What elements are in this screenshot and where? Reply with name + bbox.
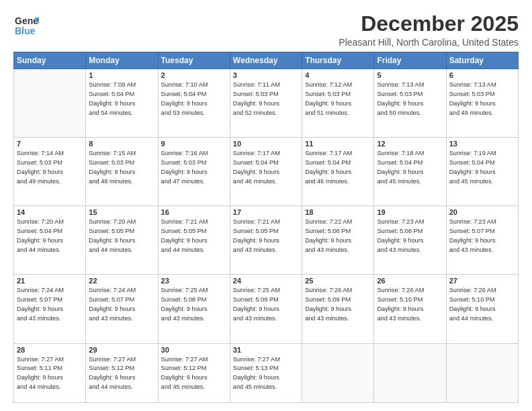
svg-text:General: General: [15, 15, 39, 26]
day-info: Sunrise: 7:26 AMSunset: 5:10 PMDaylight:…: [449, 286, 515, 323]
col-thursday: Thursday: [302, 52, 374, 69]
day-number: 14: [17, 208, 83, 216]
table-row: 3Sunrise: 7:11 AMSunset: 5:03 PMDaylight…: [230, 69, 302, 138]
day-number: 28: [17, 346, 83, 354]
table-row: 4Sunrise: 7:12 AMSunset: 5:03 PMDaylight…: [302, 69, 374, 138]
day-info: Sunrise: 7:09 AMSunset: 5:04 PMDaylight:…: [89, 81, 154, 118]
day-info: Sunrise: 7:27 AMSunset: 5:11 PMDaylight:…: [17, 355, 83, 392]
table-row: 13Sunrise: 7:19 AMSunset: 5:04 PMDayligh…: [446, 138, 518, 206]
table-row: 18Sunrise: 7:22 AMSunset: 5:06 PMDayligh…: [302, 206, 374, 275]
day-info: Sunrise: 7:17 AMSunset: 5:04 PMDaylight:…: [305, 149, 371, 186]
table-row: [446, 343, 518, 402]
day-info: Sunrise: 7:23 AMSunset: 5:06 PMDaylight:…: [377, 218, 443, 255]
day-info: Sunrise: 7:26 AMSunset: 5:09 PMDaylight:…: [305, 286, 371, 323]
day-info: Sunrise: 7:17 AMSunset: 5:04 PMDaylight:…: [233, 149, 299, 186]
day-info: Sunrise: 7:10 AMSunset: 5:04 PMDaylight:…: [161, 81, 227, 118]
table-row: 24Sunrise: 7:25 AMSunset: 5:09 PMDayligh…: [230, 275, 302, 343]
day-info: Sunrise: 7:13 AMSunset: 5:03 PMDaylight:…: [449, 81, 515, 118]
table-row: 31Sunrise: 7:27 AMSunset: 5:13 PMDayligh…: [230, 343, 302, 402]
table-row: 12Sunrise: 7:18 AMSunset: 5:04 PMDayligh…: [374, 138, 446, 206]
table-row: 2Sunrise: 7:10 AMSunset: 5:04 PMDaylight…: [158, 69, 230, 138]
table-row: 5Sunrise: 7:13 AMSunset: 5:03 PMDaylight…: [374, 69, 446, 138]
day-number: 18: [305, 208, 371, 216]
day-info: Sunrise: 7:16 AMSunset: 5:03 PMDaylight:…: [161, 149, 227, 186]
logo: General Blue: [13, 12, 39, 38]
table-row: 11Sunrise: 7:17 AMSunset: 5:04 PMDayligh…: [302, 138, 374, 206]
table-row: 6Sunrise: 7:13 AMSunset: 5:03 PMDaylight…: [446, 69, 518, 138]
day-info: Sunrise: 7:25 AMSunset: 5:09 PMDaylight:…: [233, 286, 299, 323]
col-wednesday: Wednesday: [230, 52, 302, 69]
day-info: Sunrise: 7:20 AMSunset: 5:04 PMDaylight:…: [17, 218, 83, 255]
day-number: 15: [89, 208, 154, 216]
table-row: 28Sunrise: 7:27 AMSunset: 5:11 PMDayligh…: [14, 343, 86, 402]
day-info: Sunrise: 7:11 AMSunset: 5:03 PMDaylight:…: [233, 81, 299, 118]
day-number: 23: [161, 277, 227, 285]
day-number: 17: [233, 208, 299, 216]
header: General Blue December 2025 Pleasant Hill…: [13, 12, 519, 48]
table-row: 16Sunrise: 7:21 AMSunset: 5:05 PMDayligh…: [158, 206, 230, 275]
table-row: 19Sunrise: 7:23 AMSunset: 5:06 PMDayligh…: [374, 206, 446, 275]
table-row: [14, 69, 86, 138]
table-row: 7Sunrise: 7:14 AMSunset: 5:03 PMDaylight…: [14, 138, 86, 206]
day-number: 19: [377, 208, 443, 216]
col-tuesday: Tuesday: [158, 52, 230, 69]
svg-text:Blue: Blue: [15, 26, 36, 36]
day-number: 22: [89, 277, 154, 285]
day-info: Sunrise: 7:21 AMSunset: 5:05 PMDaylight:…: [233, 218, 299, 255]
logo-icon: General Blue: [13, 12, 39, 38]
day-number: 24: [233, 277, 299, 285]
day-number: 13: [449, 140, 515, 148]
day-number: 26: [377, 277, 443, 285]
header-row: Sunday Monday Tuesday Wednesday Thursday…: [14, 52, 519, 69]
table-row: 20Sunrise: 7:23 AMSunset: 5:07 PMDayligh…: [446, 206, 518, 275]
day-number: 27: [449, 277, 515, 285]
day-number: 8: [89, 140, 154, 148]
day-number: 10: [233, 140, 299, 148]
day-info: Sunrise: 7:15 AMSunset: 5:03 PMDaylight:…: [89, 149, 154, 186]
day-info: Sunrise: 7:14 AMSunset: 5:03 PMDaylight:…: [17, 149, 83, 186]
day-number: 31: [233, 346, 299, 354]
col-friday: Friday: [374, 52, 446, 69]
day-info: Sunrise: 7:19 AMSunset: 5:04 PMDaylight:…: [449, 149, 515, 186]
page: General Blue December 2025 Pleasant Hill…: [0, 0, 532, 411]
table-row: [302, 343, 374, 402]
table-row: 8Sunrise: 7:15 AMSunset: 5:03 PMDaylight…: [86, 138, 158, 206]
table-row: 25Sunrise: 7:26 AMSunset: 5:09 PMDayligh…: [302, 275, 374, 343]
col-monday: Monday: [86, 52, 158, 69]
day-number: 29: [89, 346, 154, 354]
day-info: Sunrise: 7:23 AMSunset: 5:07 PMDaylight:…: [449, 218, 515, 255]
day-number: 1: [89, 71, 154, 79]
calendar-header: Sunday Monday Tuesday Wednesday Thursday…: [14, 52, 519, 69]
day-info: Sunrise: 7:13 AMSunset: 5:03 PMDaylight:…: [377, 81, 443, 118]
table-row: 27Sunrise: 7:26 AMSunset: 5:10 PMDayligh…: [446, 275, 518, 343]
table-row: 29Sunrise: 7:27 AMSunset: 5:12 PMDayligh…: [86, 343, 158, 402]
day-number: 25: [305, 277, 371, 285]
day-info: Sunrise: 7:12 AMSunset: 5:03 PMDaylight:…: [305, 81, 371, 118]
calendar-table: Sunday Monday Tuesday Wednesday Thursday…: [13, 52, 519, 403]
day-info: Sunrise: 7:25 AMSunset: 5:08 PMDaylight:…: [161, 286, 227, 323]
day-info: Sunrise: 7:24 AMSunset: 5:07 PMDaylight:…: [17, 286, 83, 323]
day-number: 16: [161, 208, 227, 216]
calendar-body: 1Sunrise: 7:09 AMSunset: 5:04 PMDaylight…: [14, 69, 519, 403]
day-number: 12: [377, 140, 443, 148]
table-row: 26Sunrise: 7:26 AMSunset: 5:10 PMDayligh…: [374, 275, 446, 343]
day-number: 5: [377, 71, 443, 79]
table-row: 14Sunrise: 7:20 AMSunset: 5:04 PMDayligh…: [14, 206, 86, 275]
title-block: December 2025 Pleasant Hill, North Carol…: [339, 12, 519, 48]
col-saturday: Saturday: [446, 52, 518, 69]
location-subtitle: Pleasant Hill, North Carolina, United St…: [339, 37, 519, 48]
day-info: Sunrise: 7:24 AMSunset: 5:07 PMDaylight:…: [89, 286, 154, 323]
table-row: 1Sunrise: 7:09 AMSunset: 5:04 PMDaylight…: [86, 69, 158, 138]
table-row: 21Sunrise: 7:24 AMSunset: 5:07 PMDayligh…: [14, 275, 86, 343]
day-number: 2: [161, 71, 227, 79]
day-number: 11: [305, 140, 371, 148]
day-number: 7: [17, 140, 83, 148]
day-info: Sunrise: 7:26 AMSunset: 5:10 PMDaylight:…: [377, 286, 443, 323]
day-number: 4: [305, 71, 371, 79]
day-info: Sunrise: 7:27 AMSunset: 5:12 PMDaylight:…: [161, 355, 227, 392]
day-info: Sunrise: 7:18 AMSunset: 5:04 PMDaylight:…: [377, 149, 443, 186]
day-number: 9: [161, 140, 227, 148]
table-row: 22Sunrise: 7:24 AMSunset: 5:07 PMDayligh…: [86, 275, 158, 343]
table-row: 15Sunrise: 7:20 AMSunset: 5:05 PMDayligh…: [86, 206, 158, 275]
table-row: 23Sunrise: 7:25 AMSunset: 5:08 PMDayligh…: [158, 275, 230, 343]
